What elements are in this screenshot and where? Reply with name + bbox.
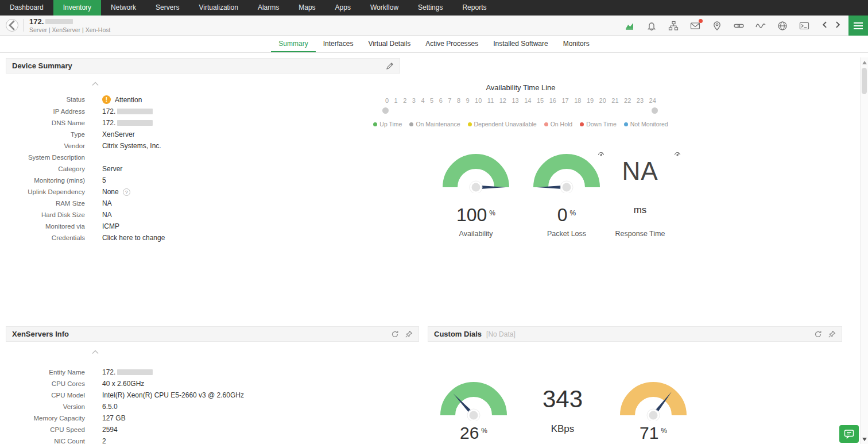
nav-item-apps[interactable]: Apps bbox=[326, 0, 361, 16]
terminal-icon[interactable] bbox=[799, 21, 809, 31]
timeline-hour: 4 bbox=[421, 97, 424, 104]
credentials-value[interactable]: Click here to change bbox=[102, 234, 165, 242]
dial-unit: KBps bbox=[551, 423, 575, 435]
dial-unit: % bbox=[489, 209, 495, 217]
sparkline-icon[interactable] bbox=[755, 21, 766, 31]
custom-dials-header: Custom Dials [No Data] bbox=[428, 326, 842, 342]
nav-item-maps[interactable]: Maps bbox=[289, 0, 325, 16]
tab-monitors[interactable]: Monitors bbox=[556, 36, 597, 52]
xenservers-info-header: XenServers Info bbox=[6, 326, 419, 342]
legend-label: Dependent Unavailable bbox=[474, 121, 537, 128]
alarm-bell-icon[interactable] bbox=[646, 21, 657, 31]
nav-item-settings[interactable]: Settings bbox=[408, 0, 452, 16]
help-icon[interactable]: ? bbox=[123, 188, 130, 196]
legend-on-hold: On Hold bbox=[544, 121, 573, 128]
nav-item-dashboard[interactable]: Dashboard bbox=[0, 0, 53, 16]
dial-value-row: 100% bbox=[439, 204, 513, 225]
hard-disk-size-value: NA bbox=[102, 211, 112, 219]
main-content: Device Summary Status!AttentionIP Addres… bbox=[0, 53, 868, 444]
field-ram-size: RAM SizeNA bbox=[6, 199, 400, 207]
legend-label: Not Monitored bbox=[630, 121, 668, 128]
uplink-dependency-label: Uplink Dependency bbox=[6, 188, 85, 196]
dial-value-row: 71% bbox=[616, 423, 691, 442]
previous-device-button[interactable] bbox=[820, 20, 830, 30]
dial-gauge bbox=[616, 377, 691, 421]
dial-number: 26 bbox=[460, 423, 479, 443]
scroll-up-arrow[interactable] bbox=[862, 61, 867, 64]
nav-item-network[interactable]: Network bbox=[101, 0, 146, 16]
dial-unit: % bbox=[661, 427, 667, 435]
collapse-caret-icon[interactable] bbox=[92, 82, 99, 86]
threshold-settings-icon[interactable] bbox=[673, 149, 681, 157]
tab-active-processes[interactable]: Active Processes bbox=[418, 36, 486, 52]
timeline-hour: 9 bbox=[466, 97, 469, 104]
ram-size-value: NA bbox=[102, 199, 112, 207]
scrollbar-thumb[interactable] bbox=[862, 68, 867, 94]
back-button[interactable] bbox=[6, 19, 18, 32]
link-icon[interactable] bbox=[734, 21, 744, 31]
location-pin-icon[interactable] bbox=[712, 21, 722, 31]
dial-big-number: 343 bbox=[542, 385, 583, 413]
unread-badge bbox=[699, 19, 703, 23]
entity-name-label: Entity Name bbox=[6, 368, 85, 376]
monitoring-mins-value: 5 bbox=[102, 176, 106, 184]
cpu-speed-value: 2594 bbox=[102, 426, 118, 434]
pin-icon[interactable] bbox=[405, 330, 413, 338]
panel-title: Custom Dials bbox=[434, 330, 482, 338]
mail-icon[interactable] bbox=[690, 21, 700, 31]
refresh-icon[interactable] bbox=[391, 330, 399, 338]
chat-support-button[interactable] bbox=[839, 425, 859, 443]
dns-name-value: 172. bbox=[102, 119, 153, 127]
field-vendor: VendorCitrix Systems, Inc. bbox=[6, 142, 400, 150]
field-cpu-model: CPU ModelIntel(R) Xeon(R) CPU E5-2660 v3… bbox=[6, 391, 419, 399]
divider bbox=[24, 19, 24, 32]
nav-item-workflow[interactable]: Workflow bbox=[361, 0, 408, 16]
tab-interfaces[interactable]: Interfaces bbox=[316, 36, 361, 52]
nav-item-reports[interactable]: Reports bbox=[452, 0, 496, 16]
tab-virtual-details[interactable]: Virtual Details bbox=[361, 36, 418, 52]
dial-label: Availability bbox=[439, 230, 513, 238]
ip-address-label: IP Address bbox=[6, 107, 85, 115]
tab-installed-software[interactable]: Installed Software bbox=[486, 36, 555, 52]
globe-icon[interactable] bbox=[777, 21, 788, 31]
availability-timeline-track bbox=[382, 107, 658, 114]
hamburger-menu-button[interactable] bbox=[848, 16, 868, 36]
timeline-hour: 0 bbox=[385, 97, 389, 104]
legend-dot bbox=[544, 122, 548, 126]
hard-disk-size-label: Hard Disk Size bbox=[6, 211, 85, 219]
scroll-down-arrow[interactable] bbox=[862, 438, 867, 441]
vertical-scrollbar[interactable] bbox=[860, 57, 868, 444]
monitored-via-label: Monitored via bbox=[6, 222, 85, 230]
pin-icon[interactable] bbox=[828, 330, 836, 338]
timeline-end-dot bbox=[652, 107, 658, 114]
version-label: Version bbox=[6, 403, 85, 411]
timeline-hour: 2 bbox=[403, 97, 406, 104]
dial-availability: 100%Availability bbox=[439, 149, 513, 238]
next-device-button[interactable] bbox=[832, 20, 843, 30]
device-summary-panel: Device Summary Status!AttentionIP Addres… bbox=[6, 58, 400, 245]
timeline-hour: 5 bbox=[430, 97, 433, 104]
vendor-value: Citrix Systems, Inc. bbox=[102, 142, 161, 150]
dial-gauge bbox=[529, 149, 604, 193]
nav-item-inventory[interactable]: Inventory bbox=[53, 0, 101, 16]
nic-count-value: 2 bbox=[102, 437, 106, 444]
device-title: 172. bbox=[29, 17, 44, 26]
device-summary-body: Status!AttentionIP Address172.DNS Name17… bbox=[6, 74, 400, 242]
topology-icon[interactable] bbox=[668, 21, 679, 31]
panel-title: XenServers Info bbox=[12, 330, 69, 338]
nav-item-alarms[interactable]: Alarms bbox=[248, 0, 289, 16]
ram-size-label: RAM Size bbox=[6, 199, 85, 207]
collapse-caret-icon[interactable] bbox=[92, 350, 99, 354]
nav-item-servers[interactable]: Servers bbox=[146, 0, 189, 16]
performance-chart-icon[interactable] bbox=[625, 21, 635, 31]
timeline-hour: 23 bbox=[637, 97, 644, 104]
nav-item-virtualization[interactable]: Virtualization bbox=[189, 0, 247, 16]
field-dns-name: DNS Name172. bbox=[6, 119, 400, 127]
legend-dot bbox=[373, 122, 377, 126]
timeline-hour: 6 bbox=[439, 97, 443, 104]
edit-device-icon[interactable] bbox=[386, 62, 394, 70]
custom-dials-panel: Custom Dials [No Data] 26%CPU Utilizatio… bbox=[428, 326, 842, 444]
refresh-icon[interactable] bbox=[814, 330, 822, 338]
device-header-bar: 172. Server | XenServer | Xen-Host bbox=[0, 16, 868, 36]
tab-summary[interactable]: Summary bbox=[271, 36, 315, 52]
